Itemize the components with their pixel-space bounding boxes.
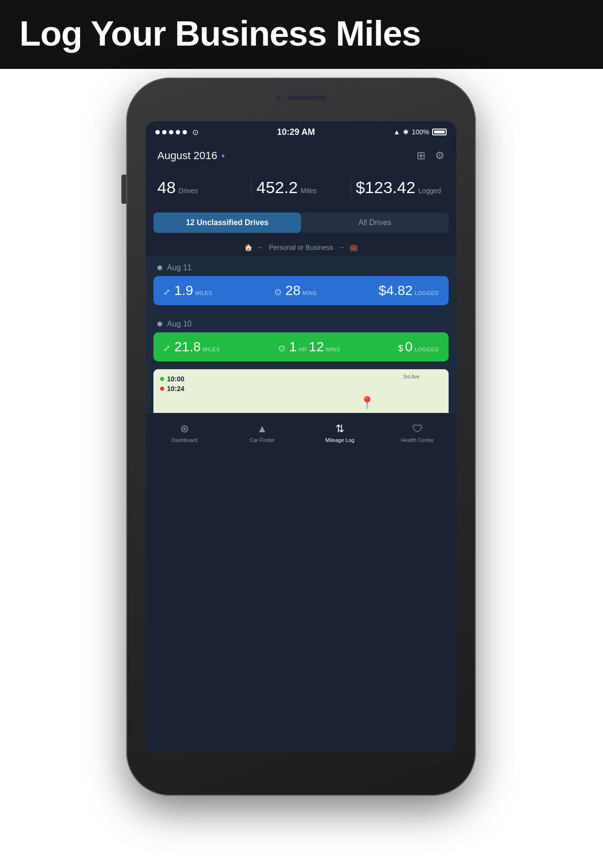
drive-stats-2: ⤢ 21.8 MILES ⊙ 1 HR 12 MINS $ <box>153 332 449 361</box>
drive-mins: 28 <box>285 283 301 298</box>
nav-healthcenter-label: Health Center <box>401 437 434 443</box>
miles-unit: MILES <box>195 290 213 296</box>
miles-group: ⤢ 1.9 MILES <box>163 283 212 298</box>
miles-unit-2: MILES <box>203 346 220 352</box>
nav-mileage-log[interactable]: ⇅ Mileage Log <box>301 423 379 443</box>
clock-icon: ⊙ <box>274 287 282 297</box>
right-arrow-icon: → <box>338 244 345 251</box>
chevron-down-icon: ▾ <box>221 152 225 160</box>
briefcase-icon: 💼 <box>350 244 358 251</box>
end-pin-3: 📍 <box>359 395 375 410</box>
drive-stats-1: ⤢ 1.9 MILES ⊙ 28 MINS $4.82 LOGGED <box>153 276 449 305</box>
end-time-row-3: 10:24 <box>160 385 184 393</box>
start-dot-3 <box>160 377 164 381</box>
drive-time-3: 10:00 10:24 <box>160 375 184 393</box>
start-time-3: 10:00 <box>167 375 184 383</box>
drive-card-3-partial[interactable]: 3rd Ave 10:00 10:24 📍 <box>153 369 449 413</box>
nav-car-finder[interactable]: ▲ Car Finder <box>223 423 301 443</box>
route-nav-icon: ⇅ <box>335 423 344 435</box>
stat-divider <box>251 179 251 197</box>
drive-card-1[interactable]: Gold Mine Dr Oro Way Walter Haa... Playg… <box>153 276 449 305</box>
end-time-3: 10:24 <box>167 385 184 393</box>
mins-unit: MINS <box>302 290 317 296</box>
settings-icon[interactable]: ⚙ <box>435 149 445 162</box>
drives-stat: 48 Drives <box>157 178 246 197</box>
logged-unit: LOGGED <box>415 290 439 296</box>
signal-dot <box>176 130 180 134</box>
logged-unit-2: LOGGED <box>415 346 439 352</box>
miles-stat: 452.2 Miles <box>256 178 345 197</box>
nav-dashboard[interactable]: ⊛ Dashboard <box>146 423 223 443</box>
logged-label: Logged <box>419 187 441 195</box>
phone-device: ⊙ 10:29 AM ▲ ✱ 100% August 2016 ▾ ⊞ <box>126 78 476 835</box>
stats-row: 48 Drives 452.2 Miles $123.42 Logged <box>146 170 456 207</box>
speaker <box>288 96 327 100</box>
drive-map-3-partial: 3rd Ave 10:00 10:24 📍 <box>153 369 449 413</box>
tab-all-drives[interactable]: All Drives <box>301 213 449 233</box>
signal-dot <box>169 130 173 134</box>
road-label-partial: 3rd Ave <box>403 374 419 379</box>
nav-health-center[interactable]: 🛡 Health Center <box>379 423 456 443</box>
drive-list: Aug 11 Gold Mine Dr Oro Way Walter Haa..… <box>146 257 456 413</box>
signal-dot <box>155 130 160 134</box>
clock-icon-2: ⊙ <box>278 343 285 354</box>
drives-count: 48 <box>157 178 176 197</box>
drive-hours-2: 1 <box>289 339 297 355</box>
signal-dot <box>183 130 187 134</box>
drive-logged: $4.82 <box>379 283 413 298</box>
bottom-nav: ⊛ Dashboard ▲ Car Finder ⇅ Mileage Log 🛡… <box>146 413 456 452</box>
miles-label: Miles <box>301 187 317 195</box>
logged-stat: $123.42 Logged <box>356 178 445 197</box>
left-arrow-icon: ← <box>257 244 264 251</box>
date-text-2: Aug 10 <box>167 320 192 328</box>
month-selector[interactable]: August 2016 ▾ <box>157 149 225 162</box>
battery-percent: 100% <box>412 128 429 136</box>
drive-mins-2: 12 <box>309 339 324 355</box>
signal-dot <box>162 130 167 134</box>
hr-unit: HR <box>299 346 307 352</box>
chart-icon[interactable]: ⊞ <box>417 149 425 162</box>
route-icon: ⤢ <box>163 287 170 297</box>
phone-top-bar <box>275 95 327 101</box>
header-icons: ⊞ ⚙ <box>417 149 445 162</box>
hint-text: Personal or Business <box>269 244 333 251</box>
date-label-aug10: Aug 10 <box>146 313 456 332</box>
shield-icon: 🛡 <box>412 423 423 435</box>
bluetooth-icon: ✱ <box>403 128 409 136</box>
date-text: Aug 11 <box>167 263 192 272</box>
logged-group: $4.82 LOGGED <box>379 283 439 298</box>
home-icon: 🏠 <box>244 244 252 251</box>
date-dot <box>157 265 162 270</box>
wifi-icon: ⊙ <box>192 128 199 137</box>
drive-miles-2: 21.8 <box>174 339 201 355</box>
status-time: 10:29 AM <box>277 127 315 137</box>
battery-icon <box>432 129 447 135</box>
nav-dashboard-label: Dashboard <box>171 437 198 443</box>
tab-unclassified[interactable]: 12 Unclassified Drives <box>153 213 301 233</box>
route-icon-2: ⤢ <box>163 343 170 354</box>
drives-label: Drives <box>179 187 198 195</box>
app-header: August 2016 ▾ ⊞ ⚙ <box>146 143 456 170</box>
miles-group-2: ⤢ 21.8 MILES <box>163 339 220 355</box>
nav-carfinder-label: Car Finder <box>250 437 275 443</box>
camera <box>275 95 282 101</box>
location-icon: ▲ <box>257 423 268 435</box>
stat-divider-2 <box>351 179 351 197</box>
nav-mileagelog-label: Mileage Log <box>325 437 354 443</box>
end-dot-3 <box>160 387 164 391</box>
date-dot-2 <box>157 322 162 327</box>
dashboard-icon: ⊛ <box>180 423 189 435</box>
location-icon: ▲ <box>393 128 400 136</box>
miles-count: 452.2 <box>256 178 298 197</box>
drive-card-2[interactable]: Pacifica San Mateo 19:00 <box>153 332 449 361</box>
date-label-aug11: Aug 11 <box>146 257 456 276</box>
mins-unit-2: MINS <box>326 346 340 352</box>
drive-miles: 1.9 <box>174 283 193 298</box>
time-group: ⊙ 28 MINS <box>274 283 317 298</box>
drive-logged-2-val: 0 <box>405 339 413 355</box>
phone-screen: ⊙ 10:29 AM ▲ ✱ 100% August 2016 ▾ ⊞ <box>146 121 456 752</box>
battery-area: ▲ ✱ 100% <box>393 128 447 136</box>
logged-group-2: $ 0 LOGGED <box>398 339 439 355</box>
start-time-row-3: 10:00 <box>160 375 184 383</box>
header-banner: Log Your Business Miles <box>0 0 603 69</box>
